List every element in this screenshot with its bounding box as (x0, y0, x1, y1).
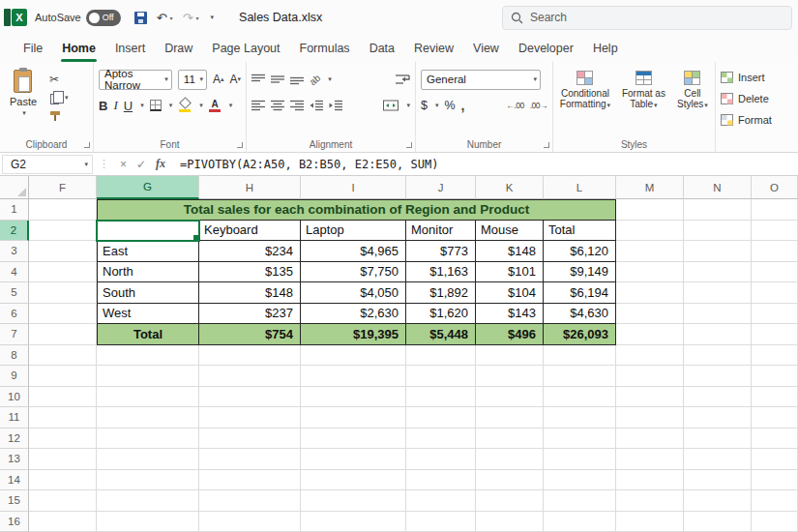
cell-F7[interactable] (29, 324, 97, 345)
cell-L15[interactable] (544, 490, 616, 512)
row-header-13[interactable]: 13 (0, 449, 29, 470)
italic-button[interactable]: I (113, 98, 117, 113)
cell-O14[interactable] (752, 470, 798, 491)
menu-tab-draw[interactable]: Draw (155, 35, 202, 62)
cell-M11[interactable] (616, 407, 684, 429)
cell-H4[interactable]: $135 (199, 262, 301, 283)
formula-input[interactable]: =PIVOTBY(A2:A50, B2:B50, E2:E50, SUM) (180, 158, 438, 171)
cell-F4[interactable] (29, 262, 97, 283)
column-header-F[interactable]: F (29, 176, 97, 199)
row-header-8[interactable]: 8 (0, 345, 29, 367)
cell-M13[interactable] (616, 449, 684, 470)
borders-icon[interactable] (150, 100, 162, 111)
cell-O5[interactable] (752, 282, 798, 304)
cell-F14[interactable] (29, 470, 97, 491)
column-header-K[interactable]: K (476, 176, 544, 199)
column-header-O[interactable]: O (752, 176, 798, 199)
cell-G16[interactable] (97, 512, 199, 532)
row-header-2[interactable]: 2 (0, 221, 29, 242)
cell-I3[interactable]: $4,965 (301, 241, 406, 262)
cell-F3[interactable] (29, 241, 97, 262)
row-header-11[interactable]: 11 (0, 407, 29, 429)
row-header-10[interactable]: 10 (0, 387, 29, 408)
cell-G10[interactable] (97, 387, 199, 408)
merge-center-icon[interactable] (383, 100, 399, 111)
cell-L7[interactable]: $26,093 (544, 324, 616, 345)
cell-I2[interactable]: Laptop (301, 221, 406, 242)
font-name-select[interactable]: Aptos Narrow▾ (99, 70, 172, 90)
cell-H2[interactable]: Keyboard (199, 221, 301, 242)
cell-M8[interactable] (616, 345, 684, 367)
cell-H6[interactable]: $237 (199, 304, 301, 325)
search-input[interactable]: Search (502, 6, 792, 30)
redo-button[interactable]: ↷▾ (183, 11, 199, 25)
cell-O3[interactable] (752, 241, 798, 262)
cell-G15[interactable] (97, 490, 199, 512)
cell-N2[interactable] (684, 221, 752, 242)
column-header-G[interactable]: G (97, 176, 199, 199)
cell-L4[interactable]: $9,149 (544, 262, 616, 283)
cell-L16[interactable] (544, 512, 616, 532)
cell-G4[interactable]: North (97, 262, 199, 283)
cell-K4[interactable]: $101 (476, 262, 544, 283)
align-right-icon[interactable] (290, 100, 304, 111)
cell-J5[interactable]: $1,892 (406, 282, 476, 304)
cell-K10[interactable] (476, 387, 544, 408)
menu-tab-file[interactable]: File (14, 35, 52, 62)
align-top-icon[interactable] (251, 74, 265, 85)
cell-M12[interactable] (616, 429, 684, 450)
cell-L13[interactable] (544, 449, 616, 470)
insert-function-icon[interactable]: fx (156, 157, 165, 171)
cell-I14[interactable] (301, 470, 406, 491)
cell-I5[interactable]: $4,050 (301, 282, 406, 304)
paste-button[interactable]: Paste▾ (5, 69, 42, 123)
cell-K8[interactable] (476, 345, 544, 367)
cut-button[interactable]: ✂ (49, 72, 69, 86)
cell-G6[interactable]: West (97, 304, 199, 325)
cell-K7[interactable]: $496 (476, 324, 544, 345)
menu-tab-page-layout[interactable]: Page Layout (202, 35, 289, 62)
cell-F16[interactable] (29, 512, 97, 532)
cell-M2[interactable] (616, 221, 684, 242)
cell-O1[interactable] (752, 199, 798, 221)
cell-H9[interactable] (199, 366, 301, 387)
cell-N5[interactable] (684, 282, 752, 304)
increase-indent-icon[interactable] (329, 100, 342, 111)
cell-H11[interactable] (199, 407, 301, 429)
cell-I15[interactable] (301, 490, 406, 512)
row-header-3[interactable]: 3 (0, 241, 29, 262)
save-icon[interactable] (134, 12, 147, 24)
name-box[interactable]: G2▾ (2, 155, 93, 174)
cell-M16[interactable] (616, 512, 684, 532)
copy-button[interactable]: ▾ (49, 90, 69, 104)
font-size-select[interactable]: 11▾ (178, 70, 207, 90)
cell-I6[interactable]: $2,630 (301, 304, 406, 325)
cell-H5[interactable]: $148 (199, 282, 301, 304)
align-bottom-icon[interactable] (290, 74, 304, 85)
cell-G7[interactable]: Total (97, 324, 199, 345)
cell-N9[interactable] (684, 366, 752, 387)
cell-L9[interactable] (544, 366, 616, 387)
number-dialog-launcher-icon[interactable] (544, 142, 549, 148)
enter-icon[interactable]: ✓ (136, 158, 146, 171)
cell-I4[interactable]: $7,750 (301, 262, 406, 283)
cell-F6[interactable] (29, 304, 97, 325)
cell-M10[interactable] (616, 387, 684, 408)
decrease-decimal-button[interactable]: .00→ (530, 101, 547, 110)
cell-F11[interactable] (29, 407, 97, 429)
cell-G3[interactable]: East (97, 241, 199, 262)
column-header-N[interactable]: N (684, 176, 752, 199)
menu-tab-help[interactable]: Help (583, 35, 628, 62)
cell-O4[interactable] (752, 262, 798, 283)
cell-L3[interactable]: $6,120 (544, 241, 616, 262)
row-header-4[interactable]: 4 (0, 262, 29, 283)
column-header-H[interactable]: H (199, 176, 301, 199)
align-left-icon[interactable] (251, 100, 265, 111)
row-header-5[interactable]: 5 (0, 282, 29, 304)
menu-tab-review[interactable]: Review (404, 35, 463, 62)
menu-tab-developer[interactable]: Developer (509, 35, 583, 62)
cell-O15[interactable] (752, 490, 798, 512)
menu-tab-home[interactable]: Home (52, 35, 105, 62)
cell-J12[interactable] (406, 429, 476, 450)
cell-F1[interactable] (29, 199, 97, 221)
